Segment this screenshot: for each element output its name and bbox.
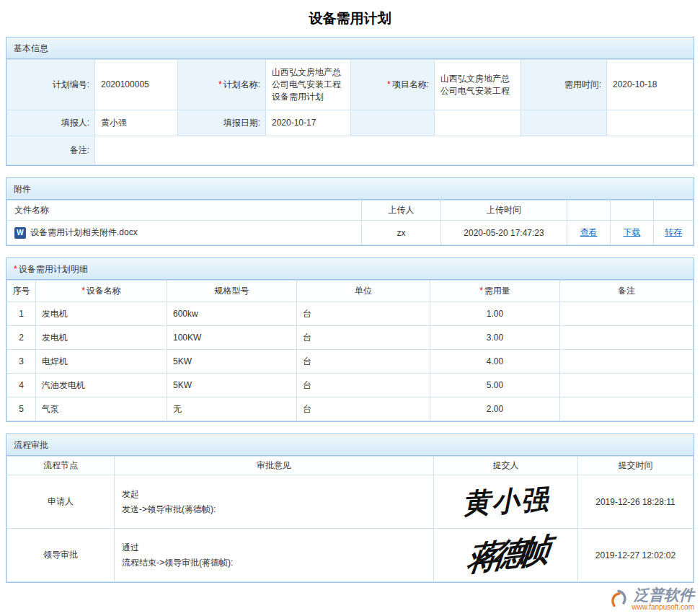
attachments-header-uploader: 上传人 (362, 201, 441, 221)
equipment-spec: 600kw (167, 302, 297, 326)
approval-header-node: 流程节点 (7, 457, 115, 475)
basic-info-section: 基本信息 计划编号: 2020100005 *计划名称: 山西弘文房地产总公司电… (6, 37, 694, 166)
attachments-table: 文件名称 上传人 上传时间 W 设备需用计划相关附件.docx zx 2020-… (6, 200, 694, 245)
row-index: 4 (7, 374, 36, 397)
details-section-header: *设备需用计划明细 (6, 258, 694, 280)
approval-opinion-line1: 通过 (122, 540, 426, 555)
table-row: 5 气泵 无 台 2.00 (7, 397, 694, 421)
equipment-remark (560, 350, 694, 374)
remark-label-text: 备注: (70, 145, 89, 155)
required-marker: * (81, 286, 85, 296)
project-name-value: 山西弘文房地产总公司电气安装工程 (435, 60, 521, 110)
attachments-header-empty (654, 201, 694, 221)
download-link[interactable]: 下载 (624, 227, 641, 237)
need-time-value: 2020-10-18 (607, 60, 694, 110)
view-link[interactable]: 查看 (580, 227, 598, 237)
plan-name-value: 山西弘文房地产总公司电气安装工程设备需用计划 (266, 60, 351, 110)
details-table: 序号 *设备名称 规格型号 单位 *需用量 备注 1 发电机 600kw 台 1… (6, 280, 694, 421)
approval-row: 领导审批 通过 流程结束->领导审批(蒋德帧): 蒋德帧 2019-12-27 … (7, 529, 694, 582)
attachments-header-file-name: 文件名称 (7, 201, 362, 221)
approval-opinion-line1: 发起 (122, 487, 426, 502)
attachment-uploader: zx (362, 221, 441, 245)
equipment-unit: 台 (297, 302, 430, 326)
attachments-section-header: 附件 (6, 178, 694, 200)
equipment-unit: 台 (297, 397, 430, 421)
report-date-label: 填报日期: (178, 110, 266, 136)
reporter-value: 黄小强 (95, 110, 178, 136)
plan-name-label-text: 计划名称: (223, 79, 260, 89)
equipment-unit: 台 (297, 374, 430, 397)
row-index: 2 (7, 326, 36, 350)
need-time-label-text: 需用时间: (564, 79, 601, 89)
equipment-name: 发电机 (36, 302, 167, 326)
equipment-unit: 台 (297, 326, 430, 350)
approval-node: 领导审批 (7, 529, 115, 582)
save-as-link[interactable]: 转存 (665, 227, 682, 237)
attachment-file-name: 设备需用计划相关附件.docx (30, 226, 138, 239)
attachments-section: 附件 文件名称 上传人 上传时间 W 设备需用计划相关附件.docx zx 20… (6, 177, 694, 246)
details-header-qty: *需用量 (430, 281, 560, 302)
equipment-spec: 5KW (167, 350, 297, 374)
remark-value (95, 136, 694, 165)
report-date-value: 2020-10-17 (266, 110, 351, 136)
approval-header-time: 提交时间 (578, 457, 694, 475)
details-header-index: 序号 (7, 281, 36, 302)
page-title: 设备需用计划 (0, 0, 700, 37)
basic-info-section-header: 基本信息 (6, 38, 694, 59)
equipment-spec: 5KW (167, 374, 297, 397)
row-index: 5 (7, 397, 36, 421)
table-row: 1 发电机 600kw 台 1.00 (7, 302, 694, 326)
required-marker: * (387, 79, 391, 89)
approval-submit-time: 2019-12-26 18:28:11 (578, 475, 694, 529)
required-marker: * (14, 264, 17, 274)
table-row: 2 发电机 100KW 台 3.00 (7, 326, 694, 350)
basic-info-table: 计划编号: 2020100005 *计划名称: 山西弘文房地产总公司电气安装工程… (6, 59, 694, 165)
approval-header-opinion: 审批意见 (115, 457, 434, 475)
equipment-qty: 2.00 (430, 397, 560, 421)
details-header-name-text: 设备名称 (87, 286, 121, 296)
plan-no-value: 2020100005 (95, 60, 178, 110)
row-index: 3 (7, 350, 36, 374)
details-header-name: *设备名称 (36, 281, 167, 302)
approval-opinion-line2: 发送->领导审批(蒋德帧): (122, 502, 426, 517)
attachment-upload-time: 2020-05-20 17:47:23 (441, 221, 567, 245)
equipment-name: 发电机 (36, 326, 167, 350)
details-header-remark: 备注 (560, 281, 694, 302)
report-date-label-text: 填报日期: (223, 118, 260, 128)
equipment-name: 气泵 (36, 397, 167, 421)
equipment-qty: 4.00 (430, 350, 560, 374)
remark-label: 备注: (7, 136, 95, 165)
brand-name: 泛普软件 (634, 587, 694, 603)
brand-logo: 泛普软件 www.fanpusoft.com (608, 587, 694, 612)
attachment-row: W 设备需用计划相关附件.docx zx 2020-05-20 17:47:23… (7, 221, 694, 245)
approval-table: 流程节点 审批意见 提交人 提交时间 申请人 发起 发送->领导审批(蒋德帧):… (6, 456, 694, 582)
required-marker: * (218, 79, 222, 89)
brand-website: www.fanpusoft.com (632, 603, 694, 612)
plan-name-label: *计划名称: (178, 60, 266, 110)
equipment-spec: 无 (167, 397, 297, 421)
empty-value-cell (435, 110, 521, 136)
plan-no-label-text: 计划编号: (53, 79, 89, 89)
empty-label-cell (521, 110, 607, 136)
approval-submit-time: 2019-12-27 12:02:02 (578, 529, 694, 582)
equipment-remark (560, 302, 694, 326)
approval-header-submitter: 提交人 (434, 457, 578, 475)
details-section-title: 设备需用计划明细 (19, 264, 88, 274)
approval-section: 流程审批 流程节点 审批意见 提交人 提交时间 申请人 发起 发送->领导审批(… (6, 434, 694, 583)
equipment-name: 汽油发电机 (36, 374, 167, 397)
equipment-spec: 100KW (167, 326, 297, 350)
word-file-icon: W (14, 227, 26, 239)
table-row: 3 电焊机 5KW 台 4.00 (7, 350, 694, 374)
details-header-spec: 规格型号 (167, 281, 297, 302)
plan-no-label: 计划编号: (7, 60, 95, 110)
project-name-label-text: 项目名称: (392, 79, 429, 89)
attachments-header-empty (611, 201, 654, 221)
reporter-label: 填报人: (7, 110, 95, 136)
attachments-header-empty (567, 201, 611, 221)
approval-node: 申请人 (7, 475, 115, 529)
equipment-name: 电焊机 (36, 350, 167, 374)
reporter-label-text: 填报人: (61, 118, 89, 128)
equipment-qty: 5.00 (430, 374, 560, 397)
equipment-remark (560, 397, 694, 421)
need-time-label: 需用时间: (521, 60, 607, 110)
